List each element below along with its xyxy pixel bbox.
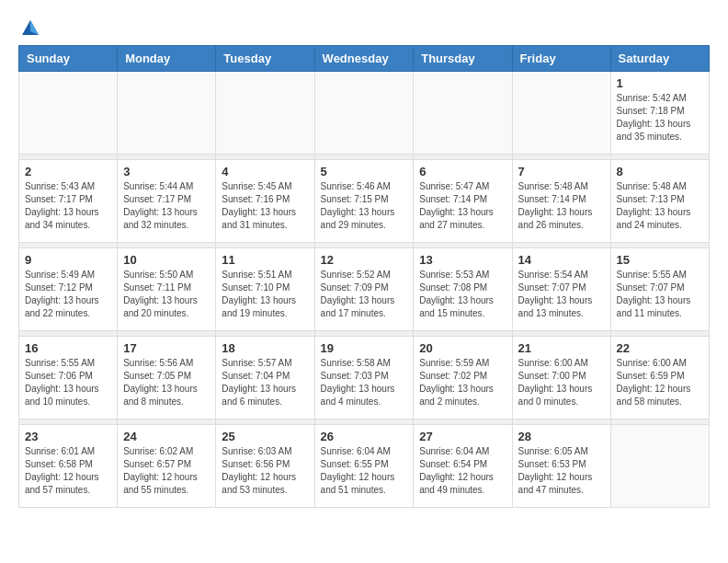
logo (18, 18, 40, 36)
day-info: Sunrise: 6:04 AM Sunset: 6:54 PM Dayligh… (419, 445, 506, 497)
day-info: Sunrise: 5:48 AM Sunset: 7:13 PM Dayligh… (617, 180, 703, 232)
day-number: 2 (25, 165, 111, 178)
calendar-day-cell: 2Sunrise: 5:43 AM Sunset: 7:17 PM Daylig… (19, 160, 118, 243)
day-info: Sunrise: 5:52 AM Sunset: 7:09 PM Dayligh… (321, 269, 408, 320)
day-number: 12 (321, 253, 408, 267)
calendar-day-cell: 22Sunrise: 6:00 AM Sunset: 6:59 PM Dayli… (610, 337, 709, 419)
column-header-friday: Friday (512, 46, 610, 72)
calendar-day-cell: 7Sunrise: 5:48 AM Sunset: 7:14 PM Daylig… (512, 160, 610, 243)
calendar-day-cell: 26Sunrise: 6:04 AM Sunset: 6:55 PM Dayli… (314, 425, 414, 508)
day-number: 15 (617, 253, 703, 267)
day-number: 6 (419, 165, 506, 178)
calendar-week-row: 2Sunrise: 5:43 AM Sunset: 7:17 PM Daylig… (19, 160, 710, 243)
day-number: 18 (222, 341, 308, 355)
day-info: Sunrise: 5:55 AM Sunset: 7:06 PM Dayligh… (25, 357, 111, 408)
logo-icon (20, 18, 40, 39)
day-number: 7 (518, 165, 605, 178)
calendar-day-cell: 14Sunrise: 5:54 AM Sunset: 7:07 PM Dayli… (512, 248, 610, 331)
calendar-table: SundayMondayTuesdayWednesdayThursdayFrid… (18, 45, 710, 508)
day-info: Sunrise: 5:57 AM Sunset: 7:04 PM Dayligh… (222, 357, 308, 408)
calendar-day-cell: 5Sunrise: 5:46 AM Sunset: 7:15 PM Daylig… (314, 160, 414, 243)
day-number: 25 (222, 430, 308, 443)
day-number: 1 (617, 76, 703, 90)
calendar-day-cell (19, 72, 118, 155)
day-number: 17 (123, 341, 210, 355)
calendar-day-cell (118, 72, 216, 155)
day-info: Sunrise: 6:00 AM Sunset: 6:59 PM Dayligh… (617, 357, 703, 408)
column-header-thursday: Thursday (414, 46, 512, 72)
day-info: Sunrise: 5:54 AM Sunset: 7:07 PM Dayligh… (518, 269, 605, 320)
calendar-day-cell: 1Sunrise: 5:42 AM Sunset: 7:18 PM Daylig… (610, 72, 709, 155)
calendar-day-cell: 23Sunrise: 6:01 AM Sunset: 6:58 PM Dayli… (19, 425, 118, 508)
day-number: 21 (518, 341, 605, 355)
day-number: 26 (321, 430, 408, 443)
calendar-day-cell: 9Sunrise: 5:49 AM Sunset: 7:12 PM Daylig… (19, 248, 118, 331)
day-number: 4 (222, 165, 308, 178)
calendar-header-row: SundayMondayTuesdayWednesdayThursdayFrid… (19, 46, 710, 72)
calendar-day-cell (610, 425, 709, 508)
day-info: Sunrise: 5:58 AM Sunset: 7:03 PM Dayligh… (321, 357, 408, 408)
day-number: 11 (222, 253, 308, 267)
day-number: 24 (123, 430, 210, 443)
calendar-week-row: 9Sunrise: 5:49 AM Sunset: 7:12 PM Daylig… (19, 248, 710, 331)
day-number: 5 (321, 165, 408, 178)
column-header-monday: Monday (118, 46, 216, 72)
day-info: Sunrise: 6:01 AM Sunset: 6:58 PM Dayligh… (25, 445, 111, 497)
day-number: 8 (617, 165, 703, 178)
calendar-day-cell (512, 72, 610, 155)
column-header-wednesday: Wednesday (314, 46, 414, 72)
day-number: 23 (25, 430, 111, 443)
calendar-day-cell: 12Sunrise: 5:52 AM Sunset: 7:09 PM Dayli… (314, 248, 414, 331)
day-info: Sunrise: 5:43 AM Sunset: 7:17 PM Dayligh… (25, 180, 111, 232)
column-header-sunday: Sunday (19, 46, 118, 72)
calendar-week-row: 23Sunrise: 6:01 AM Sunset: 6:58 PM Dayli… (19, 425, 710, 508)
day-info: Sunrise: 5:44 AM Sunset: 7:17 PM Dayligh… (123, 180, 210, 232)
day-info: Sunrise: 5:45 AM Sunset: 7:16 PM Dayligh… (222, 180, 308, 232)
day-number: 16 (25, 341, 111, 355)
calendar-day-cell: 16Sunrise: 5:55 AM Sunset: 7:06 PM Dayli… (19, 337, 118, 419)
calendar-day-cell: 17Sunrise: 5:56 AM Sunset: 7:05 PM Dayli… (118, 337, 216, 419)
day-number: 20 (419, 341, 506, 355)
calendar-day-cell: 11Sunrise: 5:51 AM Sunset: 7:10 PM Dayli… (216, 248, 314, 331)
calendar-day-cell: 20Sunrise: 5:59 AM Sunset: 7:02 PM Dayli… (414, 337, 512, 419)
page-header (18, 18, 710, 36)
calendar-day-cell: 13Sunrise: 5:53 AM Sunset: 7:08 PM Dayli… (414, 248, 512, 331)
day-info: Sunrise: 5:48 AM Sunset: 7:14 PM Dayligh… (518, 180, 605, 232)
calendar-day-cell: 27Sunrise: 6:04 AM Sunset: 6:54 PM Dayli… (414, 425, 512, 508)
day-number: 3 (123, 165, 210, 178)
calendar-day-cell: 18Sunrise: 5:57 AM Sunset: 7:04 PM Dayli… (216, 337, 314, 419)
day-number: 13 (419, 253, 506, 267)
day-info: Sunrise: 6:05 AM Sunset: 6:53 PM Dayligh… (518, 445, 605, 497)
day-number: 27 (419, 430, 506, 443)
day-info: Sunrise: 5:46 AM Sunset: 7:15 PM Dayligh… (321, 180, 408, 232)
day-info: Sunrise: 5:49 AM Sunset: 7:12 PM Dayligh… (25, 269, 111, 320)
calendar-day-cell (216, 72, 314, 155)
day-number: 22 (617, 341, 703, 355)
day-info: Sunrise: 5:50 AM Sunset: 7:11 PM Dayligh… (123, 269, 210, 320)
calendar-day-cell: 4Sunrise: 5:45 AM Sunset: 7:16 PM Daylig… (216, 160, 314, 243)
day-info: Sunrise: 5:42 AM Sunset: 7:18 PM Dayligh… (617, 92, 703, 144)
day-info: Sunrise: 5:47 AM Sunset: 7:14 PM Dayligh… (419, 180, 506, 232)
calendar-day-cell: 10Sunrise: 5:50 AM Sunset: 7:11 PM Dayli… (118, 248, 216, 331)
calendar-day-cell (414, 72, 512, 155)
day-info: Sunrise: 5:53 AM Sunset: 7:08 PM Dayligh… (419, 269, 506, 320)
day-info: Sunrise: 5:56 AM Sunset: 7:05 PM Dayligh… (123, 357, 210, 408)
day-info: Sunrise: 5:51 AM Sunset: 7:10 PM Dayligh… (222, 269, 308, 320)
day-info: Sunrise: 6:04 AM Sunset: 6:55 PM Dayligh… (321, 445, 408, 497)
day-info: Sunrise: 6:02 AM Sunset: 6:57 PM Dayligh… (123, 445, 210, 497)
calendar-day-cell: 25Sunrise: 6:03 AM Sunset: 6:56 PM Dayli… (216, 425, 314, 508)
calendar-day-cell: 19Sunrise: 5:58 AM Sunset: 7:03 PM Dayli… (314, 337, 414, 419)
day-info: Sunrise: 5:55 AM Sunset: 7:07 PM Dayligh… (617, 269, 703, 320)
column-header-tuesday: Tuesday (216, 46, 314, 72)
day-number: 14 (518, 253, 605, 267)
day-number: 28 (518, 430, 605, 443)
day-info: Sunrise: 5:59 AM Sunset: 7:02 PM Dayligh… (419, 357, 506, 408)
day-number: 10 (123, 253, 210, 267)
calendar-day-cell: 8Sunrise: 5:48 AM Sunset: 7:13 PM Daylig… (610, 160, 709, 243)
day-info: Sunrise: 6:00 AM Sunset: 7:00 PM Dayligh… (518, 357, 605, 408)
calendar-week-row: 16Sunrise: 5:55 AM Sunset: 7:06 PM Dayli… (19, 337, 710, 419)
day-number: 19 (321, 341, 408, 355)
day-number: 9 (25, 253, 111, 267)
calendar-day-cell: 6Sunrise: 5:47 AM Sunset: 7:14 PM Daylig… (414, 160, 512, 243)
day-info: Sunrise: 6:03 AM Sunset: 6:56 PM Dayligh… (222, 445, 308, 497)
